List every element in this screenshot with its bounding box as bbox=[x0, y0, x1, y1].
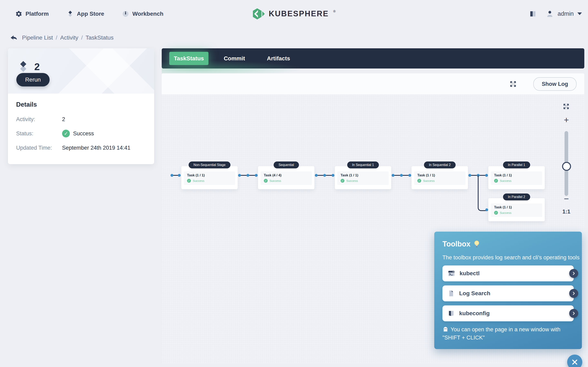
status-value: Success bbox=[73, 131, 94, 137]
status-label: Status: bbox=[16, 131, 62, 137]
zoom-slider-handle[interactable] bbox=[562, 162, 571, 171]
stage-in-parallel-1[interactable]: In Parallel 1 Task (1 / 1) ✓Success bbox=[488, 166, 545, 189]
top-nav: Platform App Store Workbench KUBESPHERE® bbox=[0, 0, 588, 27]
toolbox-item-label: Log Search bbox=[459, 290, 490, 297]
run-layers-icon bbox=[17, 60, 29, 73]
kubesphere-logo[interactable]: KUBESPHERE® bbox=[252, 0, 336, 27]
gear-icon bbox=[15, 10, 22, 17]
detail-row-activity: Activity: 2 bbox=[16, 115, 146, 123]
zoom-out-button[interactable]: − bbox=[560, 194, 572, 204]
details-title: Details bbox=[16, 101, 146, 108]
success-check-icon: ✓ bbox=[417, 179, 421, 183]
success-check-icon: ✓ bbox=[62, 130, 70, 137]
pipeline-canvas[interactable]: Non-Sequential Stage Task (1 / 1) ✓Succe… bbox=[162, 94, 584, 363]
task-status-text: Success bbox=[269, 179, 281, 183]
activity-value: 2 bbox=[62, 116, 65, 123]
toolbox-title: Toolbox bbox=[442, 240, 470, 248]
nav-workbench-label: Workbench bbox=[132, 11, 163, 17]
breadcrumb-activity[interactable]: Activity bbox=[60, 34, 78, 41]
success-check-icon: ✓ bbox=[341, 179, 345, 183]
chevron-right-icon[interactable] bbox=[569, 309, 578, 318]
breadcrumb: Pipeline List / Activity / TaskStatus bbox=[10, 34, 113, 41]
stage-task[interactable]: Task (1 / 1) ✓Success bbox=[184, 171, 235, 185]
book-icon bbox=[448, 310, 455, 317]
task-count: Task (1 / 1) bbox=[494, 173, 539, 177]
stage-label: In Sequential 1 bbox=[347, 161, 379, 168]
connector bbox=[238, 174, 258, 177]
nav-app-store[interactable]: App Store bbox=[67, 10, 104, 17]
stage-task[interactable]: Task (1 / 1) ✓Success bbox=[414, 171, 466, 185]
toolbox-panel: Toolbox The toolbox provides log search … bbox=[434, 232, 582, 349]
gauge-icon bbox=[122, 10, 129, 17]
task-status-text: Success bbox=[193, 179, 204, 183]
toolbox-tip-text: You can open the page in a new window wi… bbox=[442, 326, 561, 341]
task-count: Task (1 / 1) bbox=[494, 205, 539, 209]
stage-task[interactable]: Task (1 / 1) ✓Success bbox=[491, 203, 542, 217]
detail-row-status: Status: ✓ Success bbox=[16, 129, 146, 138]
run-detail-card: 2 Rerun Details Activity: 2 Status: ✓ Su… bbox=[8, 48, 154, 164]
stage-sequential[interactable]: Sequential Task (4 / 4) ✓Success bbox=[258, 166, 314, 189]
stage-label: Sequential bbox=[274, 161, 299, 168]
show-log-button[interactable]: Show Log bbox=[533, 77, 577, 91]
user-avatar-icon bbox=[546, 10, 554, 18]
stage-task[interactable]: Task (1 / 1) ✓Success bbox=[491, 171, 542, 185]
task-status-text: Success bbox=[423, 179, 435, 183]
lightbulb-icon bbox=[473, 240, 480, 248]
success-check-icon: ✓ bbox=[494, 179, 498, 183]
canvas-fullscreen-icon[interactable] bbox=[563, 103, 569, 109]
nav-platform[interactable]: Platform bbox=[15, 10, 49, 17]
fullscreen-icon[interactable] bbox=[510, 81, 516, 87]
brand-registered-mark: ® bbox=[333, 9, 336, 13]
toolbox-item-kubectl[interactable]: kubectl bbox=[442, 266, 574, 281]
nav-workbench[interactable]: Workbench bbox=[122, 10, 163, 17]
success-check-icon: ✓ bbox=[187, 179, 191, 183]
breadcrumb-pipeline-list[interactable]: Pipeline List bbox=[22, 34, 53, 41]
task-status-text: Success bbox=[500, 211, 511, 215]
activity-label: Activity: bbox=[16, 116, 62, 123]
tab-bar: TaskStatus Commit Artifacts bbox=[162, 48, 584, 68]
username: admin bbox=[558, 10, 574, 17]
connector bbox=[171, 174, 181, 177]
user-menu[interactable]: admin bbox=[546, 10, 582, 18]
connector bbox=[392, 174, 411, 177]
document-icon bbox=[448, 290, 455, 297]
zoom-in-button[interactable]: + bbox=[560, 115, 572, 125]
detail-row-updated-time: Updated Time: September 24th 2019 14:41 bbox=[16, 144, 146, 152]
stage-label: Non-Sequential Stage bbox=[189, 161, 231, 168]
task-status-text: Success bbox=[346, 179, 358, 183]
taskstatus-panel: Show Log Non-Sequential Stage Task (1 / … bbox=[162, 73, 584, 363]
stage-task[interactable]: Task (1 / 1) ✓Success bbox=[337, 171, 389, 185]
tab-commit[interactable]: Commit bbox=[220, 48, 249, 68]
nav-platform-label: Platform bbox=[26, 11, 49, 17]
graph-toolbar: Show Log bbox=[162, 73, 584, 94]
tab-taskstatus[interactable]: TaskStatus bbox=[169, 52, 208, 65]
breadcrumb-separator: / bbox=[81, 34, 83, 41]
kubesphere-logo-icon bbox=[252, 8, 265, 20]
stage-in-sequential-1[interactable]: In Sequential 1 Task (1 / 1) ✓Success bbox=[335, 166, 391, 189]
terminal-icon bbox=[448, 270, 455, 277]
stage-non-sequential[interactable]: Non-Sequential Stage Task (1 / 1) ✓Succe… bbox=[181, 166, 238, 189]
zoom-ratio-button[interactable]: 1:1 bbox=[560, 209, 572, 215]
task-count: Task (1 / 1) bbox=[187, 173, 232, 177]
tab-artifacts[interactable]: Artifacts bbox=[264, 48, 293, 68]
breadcrumb-taskstatus: TaskStatus bbox=[86, 34, 113, 41]
toolbox-item-log-search[interactable]: Log Search bbox=[442, 285, 574, 301]
stage-in-sequential-2[interactable]: In Sequential 2 Task (1 / 1) ✓Success bbox=[412, 166, 468, 189]
breadcrumb-separator: / bbox=[56, 34, 57, 41]
stage-in-parallel-2[interactable]: In Parallel 2 Task (1 / 1) ✓Success bbox=[488, 198, 545, 221]
toolbox-item-kubeconfig[interactable]: kubeconfig bbox=[442, 305, 574, 321]
stage-task[interactable]: Task (4 / 4) ✓Success bbox=[260, 171, 312, 185]
connector-dot bbox=[485, 208, 488, 211]
stage-label: In Sequential 2 bbox=[424, 161, 456, 168]
chevron-right-icon[interactable] bbox=[569, 269, 578, 278]
stage-label: In Parallel 1 bbox=[503, 161, 530, 168]
rerun-button[interactable]: Rerun bbox=[16, 73, 50, 86]
run-number: 2 bbox=[34, 61, 40, 72]
docs-book-icon[interactable] bbox=[529, 10, 537, 18]
chevron-right-icon[interactable] bbox=[569, 289, 578, 298]
nav-app-store-label: App Store bbox=[77, 11, 104, 17]
brand-wordmark: KUBESPHERE bbox=[269, 9, 329, 18]
success-check-icon: ✓ bbox=[494, 211, 498, 215]
back-arrow-icon[interactable] bbox=[10, 34, 17, 41]
task-count: Task (1 / 1) bbox=[341, 173, 385, 177]
